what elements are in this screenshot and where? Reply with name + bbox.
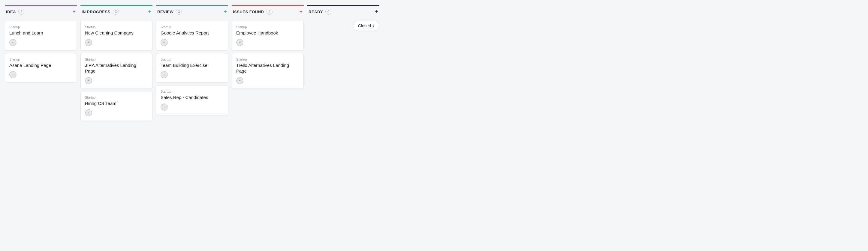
chevron-right-icon: › (373, 24, 374, 28)
card-avatar[interactable]: + (236, 77, 243, 84)
card-category: Startup (161, 25, 224, 29)
column-add-button-issues[interactable]: + (299, 9, 303, 14)
card-avatar[interactable]: + (9, 39, 17, 46)
column-header-ready: READY0+ (307, 5, 379, 18)
column-header-review: REVIEW3+ (156, 5, 228, 18)
card-avatar-add-icon: + (239, 41, 241, 44)
card-avatar[interactable]: + (161, 71, 168, 78)
card-avatar-add-icon: + (163, 73, 165, 76)
card-title: New Cleaning Company (85, 30, 148, 36)
column-add-button-idea[interactable]: + (72, 9, 75, 14)
column-title-idea: IDEA (6, 10, 16, 14)
card-avatar[interactable]: + (236, 39, 243, 46)
column-header-idea: IDEA2+ (5, 5, 77, 18)
card-title: Sales Rep - Candidates (161, 95, 224, 101)
closed-button[interactable]: Closed› (353, 21, 379, 31)
column-add-button-review[interactable]: + (224, 9, 227, 14)
card-avatar[interactable]: + (161, 103, 168, 111)
column-title-ready: READY (309, 10, 323, 14)
column-count-issues: 2 (267, 9, 273, 15)
card[interactable]: StartupEmployee Handbook+ (232, 21, 304, 51)
card-avatar[interactable]: + (85, 77, 92, 84)
card-title: Team Building Exercise (161, 62, 224, 68)
card-avatar-add-icon: + (163, 105, 165, 109)
column-idea: IDEA2+StartupLunch and Learn+StartupAsan… (5, 5, 77, 85)
card-title: Lunch and Learn (9, 30, 72, 36)
column-count-idea: 2 (18, 9, 24, 15)
kanban-board: IDEA2+StartupLunch and Learn+StartupAsan… (5, 5, 863, 123)
card-avatar-add-icon: + (163, 41, 165, 44)
card-avatar-add-icon: + (88, 41, 89, 44)
card[interactable]: StartupLunch and Learn+ (5, 21, 77, 51)
card-category: Startup (85, 96, 148, 99)
column-add-button-ready[interactable]: + (375, 9, 378, 14)
card-title: Trello Alternatives Landing Page (236, 62, 299, 74)
column-title-inprogress: IN PROGRESS (82, 10, 111, 14)
card-title: Asana Landing Page (9, 62, 72, 68)
card-avatar[interactable]: + (85, 39, 92, 46)
card-title: Hiring CS Team (85, 101, 148, 106)
column-title-review: REVIEW (157, 10, 174, 14)
column-issues: ISSUES FOUND2+StartupEmployee Handbook+S… (232, 5, 304, 91)
card[interactable]: StartupAsana Landing Page+ (5, 53, 77, 83)
column-add-button-inprogress[interactable]: + (148, 9, 151, 14)
card-category: Startup (9, 58, 72, 61)
card[interactable]: StartupTrello Alternatives Landing Page+ (232, 53, 304, 89)
card[interactable]: StartupNew Cleaning Company+ (81, 21, 152, 51)
column-count-ready: 0 (326, 9, 331, 15)
card-title: Google Analytics Report (161, 30, 224, 36)
card-category: Startup (161, 58, 224, 61)
card-avatar-add-icon: + (12, 73, 14, 76)
column-count-review: 3 (176, 9, 182, 15)
card-category: Startup (85, 25, 148, 29)
card[interactable]: StartupGoogle Analytics Report+ (156, 21, 228, 51)
card-avatar-add-icon: + (12, 41, 14, 44)
card-avatar[interactable]: + (161, 39, 168, 46)
card[interactable]: StartupTeam Building Exercise+ (156, 53, 228, 83)
column-header-inprogress: IN PROGRESS3+ (81, 5, 152, 18)
card-avatar[interactable]: + (85, 109, 92, 116)
card[interactable]: StartupJIRA Alternatives Landing Page+ (81, 53, 152, 89)
card-avatar-add-icon: + (239, 79, 241, 82)
card-title: Employee Handbook (236, 30, 299, 36)
column-title-issues: ISSUES FOUND (233, 10, 264, 14)
column-count-inprogress: 3 (113, 9, 119, 15)
card[interactable]: StartupHiring CS Team+ (81, 91, 152, 121)
card[interactable]: StartupSales Rep - Candidates+ (156, 85, 228, 115)
card-category: Startup (85, 58, 148, 61)
closed-button-label: Closed (358, 24, 371, 28)
card-category: Startup (236, 25, 299, 29)
column-review: REVIEW3+StartupGoogle Analytics Report+S… (156, 5, 228, 117)
card-title: JIRA Alternatives Landing Page (85, 62, 148, 74)
card-category: Startup (161, 89, 224, 93)
card-category: Startup (9, 25, 72, 29)
card-avatar-add-icon: + (88, 79, 89, 82)
card-avatar[interactable]: + (9, 71, 17, 78)
card-category: Startup (236, 58, 299, 61)
column-inprogress: IN PROGRESS3+StartupNew Cleaning Company… (81, 5, 152, 123)
card-avatar-add-icon: + (88, 111, 89, 114)
column-header-issues: ISSUES FOUND2+ (232, 5, 304, 18)
column-ready: READY0+Closed› (307, 5, 379, 31)
